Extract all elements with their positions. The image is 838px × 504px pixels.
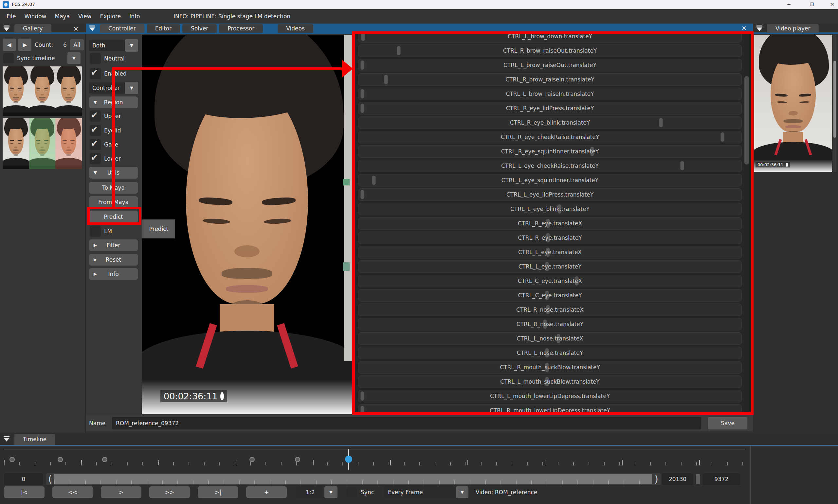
gallery-dropdown-icon[interactable]: ▼ xyxy=(67,52,81,64)
thumbnail-face[interactable] xyxy=(55,66,82,116)
all-button[interactable]: All xyxy=(70,39,84,50)
application-window: FCS 24.07 ─ ❐ ✕ FileWindowMayaViewExplor… xyxy=(0,0,838,504)
thumbnail-face[interactable] xyxy=(29,66,56,116)
tab-video-player[interactable]: Video player xyxy=(767,24,819,33)
tab[interactable]: Editor xyxy=(147,24,180,33)
controller-dropdown[interactable]: Controller xyxy=(89,83,125,93)
playback-dropdown[interactable]: Every Frame xyxy=(384,486,456,498)
background-door xyxy=(344,35,352,361)
tab[interactable]: Solver xyxy=(182,24,217,33)
video-info-label: Video: ROM_reference xyxy=(476,486,537,498)
close-button[interactable]: ✕ xyxy=(827,1,837,8)
thumbnail-face[interactable] xyxy=(3,66,29,116)
annotation-panel-rect xyxy=(352,31,753,415)
tab-timeline[interactable]: Timeline xyxy=(14,434,55,445)
neutral-label: Neutral xyxy=(104,53,125,64)
thumbnail-face-red[interactable] xyxy=(55,118,82,169)
video-player-video[interactable]: 00:02:36:11 xyxy=(754,35,832,172)
menu-item[interactable]: Maya xyxy=(55,13,70,20)
sync-timeline-checkbox[interactable] xyxy=(3,53,14,64)
range-start-handle[interactable]: ( xyxy=(46,473,54,485)
neutral-checkbox[interactable] xyxy=(90,53,101,64)
tab[interactable]: Videos xyxy=(278,24,313,33)
menu-item[interactable]: Info xyxy=(129,13,140,20)
menu-item[interactable]: Window xyxy=(24,13,46,20)
end-frame-field[interactable]: 20130 xyxy=(662,473,693,485)
range-end-handle[interactable]: ) xyxy=(652,473,661,485)
save-button[interactable]: Save xyxy=(708,417,747,429)
playback-dropdown-icon[interactable]: ▼ xyxy=(456,486,468,498)
minimize-button[interactable]: ─ xyxy=(784,1,794,8)
video-player-panel: 00:02:36:11 xyxy=(753,34,838,433)
gallery-close-icon[interactable]: ✕ xyxy=(71,25,81,33)
count-label: Count: xyxy=(35,39,53,51)
step-dropdown[interactable]: 1:2 xyxy=(296,486,325,498)
gaze-label: Gaze xyxy=(104,139,118,150)
range-slider-bar[interactable] xyxy=(54,474,652,484)
video-player-collapse-icon[interactable] xyxy=(755,25,764,32)
annotation-horizontal-line xyxy=(112,67,343,70)
background-object xyxy=(343,179,350,185)
gallery-next-button[interactable]: ▶ xyxy=(18,39,31,51)
panel-close-icon[interactable]: ✕ xyxy=(739,24,749,32)
name-bar: Name ROM_reference_09372 Save xyxy=(86,415,753,431)
filter-section-header[interactable]: ▶Filter xyxy=(89,239,138,251)
restore-button[interactable]: ❐ xyxy=(807,1,817,8)
thumbnail-face[interactable] xyxy=(3,118,29,169)
timeline-panel: Timeline xyxy=(0,433,838,504)
background-object xyxy=(343,262,350,271)
menu-bar: FileWindowMayaViewExploreInfo INFO: PIPE… xyxy=(0,9,838,23)
transport-button[interactable]: >> xyxy=(149,486,190,498)
controller-dropdown-icon[interactable]: ▼ xyxy=(125,82,138,94)
video-player-timestamp: 00:02:36:11 xyxy=(755,162,790,167)
annotation-vertical-line xyxy=(112,70,115,207)
transport-button[interactable]: + xyxy=(246,486,287,498)
reset-section-header[interactable]: ▶Reset xyxy=(89,254,138,266)
gallery-prev-button[interactable]: ◀ xyxy=(3,39,16,51)
check-icon: ✔ xyxy=(91,153,98,162)
timeline-track-line xyxy=(4,449,745,449)
range-nub[interactable] xyxy=(696,474,700,484)
menu-item[interactable]: View xyxy=(78,13,91,20)
menu-item[interactable]: File xyxy=(6,13,16,20)
transport-button[interactable]: >| xyxy=(198,486,238,498)
video-player-scrollbar[interactable] xyxy=(833,35,836,172)
check-icon: ✔ xyxy=(91,68,98,77)
start-frame-field[interactable]: 0 xyxy=(4,473,43,485)
info-section-header[interactable]: ▶Info xyxy=(89,268,138,280)
step-dropdown-icon[interactable]: ▼ xyxy=(325,486,337,498)
window-title: FCS 24.07 xyxy=(12,2,35,7)
video-timestamp: 00:02:36:11 xyxy=(160,390,227,402)
gallery-panel: ◀ ▶ Count: 6 All Sync timeline ▼ xyxy=(0,34,86,433)
sync-checkbox[interactable] xyxy=(346,487,357,498)
count-value: 6 xyxy=(63,39,67,51)
menu-item[interactable]: Explore xyxy=(100,13,121,20)
tab[interactable]: Processor xyxy=(219,24,263,33)
name-label: Name xyxy=(89,417,105,429)
sync-timeline-label: Sync timeline xyxy=(17,53,55,64)
gallery-collapse-icon[interactable] xyxy=(3,25,11,32)
name-input[interactable]: ROM_reference_09372 xyxy=(112,417,701,429)
tab-gallery[interactable]: Gallery xyxy=(14,24,51,33)
controller-collapse-icon[interactable] xyxy=(88,25,97,32)
transport-button[interactable]: > xyxy=(101,486,141,498)
tab[interactable]: Controller xyxy=(100,24,144,33)
pipeline-status-text: INFO: PIPELINE: Single stage LM detectio… xyxy=(174,9,290,23)
record-indicator-icon xyxy=(220,392,224,401)
check-icon: ✔ xyxy=(91,139,98,148)
current-frame-field[interactable]: 9372 xyxy=(702,473,740,485)
transport-button[interactable]: |< xyxy=(4,486,45,498)
thumbnail-face-green[interactable] xyxy=(29,118,56,169)
record-indicator-icon xyxy=(786,163,788,166)
gallery-thumbnail-strip[interactable] xyxy=(3,118,82,169)
check-icon: ✔ xyxy=(91,110,98,119)
mode-dropdown[interactable]: Both xyxy=(89,40,125,51)
mode-dropdown-icon[interactable]: ▼ xyxy=(125,39,138,52)
transport-button[interactable]: << xyxy=(52,486,93,498)
gallery-thumbnail-strip[interactable] xyxy=(3,66,82,116)
lm-checkbox[interactable] xyxy=(90,226,101,237)
timeline-collapse-icon[interactable] xyxy=(3,435,11,443)
main-tabs: ControllerEditorSolverProcessorVideos xyxy=(100,24,313,33)
scrollbar-thumb[interactable] xyxy=(834,61,836,138)
check-icon: ✔ xyxy=(91,125,98,134)
